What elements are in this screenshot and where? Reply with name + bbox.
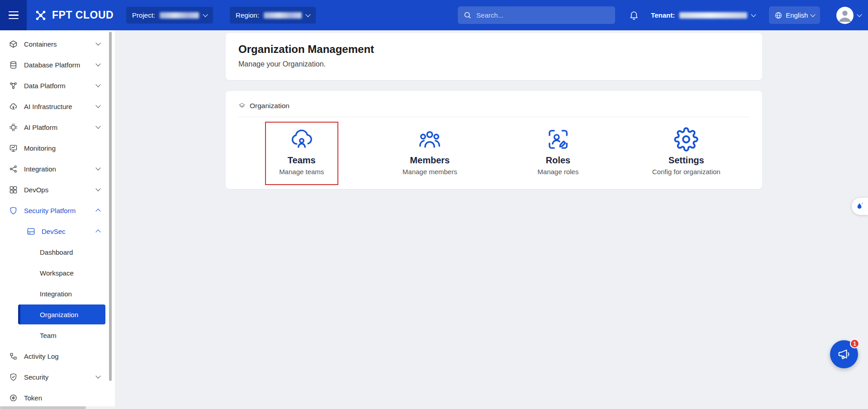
- bell-icon: [629, 10, 639, 20]
- tile-members[interactable]: Members Manage members: [366, 127, 494, 176]
- project-dropdown[interactable]: Project:: [126, 7, 213, 24]
- sidebar-item-team[interactable]: Team: [0, 325, 115, 346]
- region-value-redacted: [264, 12, 302, 19]
- chevron-down-icon: [95, 40, 100, 45]
- chevron-down-icon: [751, 12, 756, 17]
- brand-logo[interactable]: FPT CLOUD: [34, 9, 114, 22]
- chevron-down-icon: [95, 82, 100, 87]
- section-title: Organization: [250, 102, 289, 110]
- sidebar-item-ai-infrastructure[interactable]: AI Infrastructure: [0, 96, 115, 117]
- settings-gear-icon: [674, 127, 698, 152]
- sidebar-item-label: AI Platform: [24, 124, 96, 131]
- tile-settings[interactable]: Settings Config for organization: [622, 127, 751, 176]
- tenant-value-redacted: [679, 12, 747, 19]
- main-content: Organization Management Manage your Orga…: [115, 30, 868, 409]
- sidebar-vertical-scrollbar[interactable]: [109, 32, 112, 381]
- chevron-up-icon: [95, 229, 100, 234]
- data-platform-icon: [9, 81, 18, 90]
- ai-assistant-tab[interactable]: [852, 198, 868, 215]
- page-subtitle: Manage your Organization.: [238, 60, 749, 68]
- sidebar-item-database-platform[interactable]: Database Platform: [0, 54, 115, 75]
- sidebar-item-label: AI Infrastructure: [24, 103, 96, 110]
- sidebar-item-label: Containers: [24, 40, 96, 48]
- search-icon: [463, 11, 472, 19]
- sidebar-item-label: Security Platform: [24, 207, 96, 214]
- language-label: English: [786, 11, 808, 19]
- project-label: Project:: [132, 11, 155, 19]
- sidebar-item-dashboard[interactable]: Dashboard: [0, 242, 115, 262]
- chevron-down-icon: [95, 61, 100, 66]
- project-value-redacted: [160, 12, 199, 19]
- sidebar-item-containers[interactable]: Containers: [0, 33, 115, 54]
- activity-log-icon: [9, 352, 18, 361]
- notification-badge: 1: [850, 339, 859, 348]
- organization-card: Organization Teams Manage teams Members …: [226, 91, 762, 189]
- ai-infrastructure-icon: [9, 102, 18, 111]
- sidebar-item-organization-row: Organization: [0, 304, 115, 325]
- hamburger-icon: [9, 11, 19, 19]
- sidebar-item-label: Security: [24, 373, 96, 381]
- sidebar-item-data-platform[interactable]: Data Platform: [0, 75, 115, 96]
- tenant-dropdown[interactable]: Tenant:: [651, 11, 755, 19]
- avatar[interactable]: [836, 7, 854, 24]
- tile-name: Members: [410, 155, 450, 166]
- sidebar-item-label: Organization: [40, 311, 78, 319]
- sidebar-item-label: Integration: [40, 290, 72, 298]
- tile-description: Manage roles: [537, 168, 579, 176]
- section-header: Organization: [226, 91, 762, 117]
- hamburger-menu-button[interactable]: [0, 0, 27, 30]
- tile-teams[interactable]: Teams Manage teams: [237, 127, 366, 176]
- sidebar-item-activity-log[interactable]: Activity Log: [0, 346, 115, 366]
- security-shield-icon: [9, 373, 18, 381]
- token-icon: [9, 394, 18, 402]
- region-label: Region:: [236, 11, 259, 19]
- sidebar-item-security-platform[interactable]: Security Platform: [0, 200, 115, 221]
- chevron-down-icon: [811, 12, 816, 17]
- tenant-label: Tenant:: [651, 11, 675, 19]
- notification-bell-button[interactable]: [629, 10, 639, 20]
- tile-name: Teams: [288, 155, 316, 166]
- megaphone-icon: [837, 347, 851, 361]
- tile-name: Settings: [669, 155, 704, 166]
- sidebar-item-workspace[interactable]: Workspace: [0, 262, 115, 283]
- sidebar-item-devops[interactable]: DevOps: [0, 179, 115, 200]
- ai-droplet-icon: [855, 201, 865, 211]
- members-icon: [417, 127, 442, 152]
- search-box: [458, 6, 615, 24]
- sidebar-item-label: Database Platform: [24, 61, 96, 69]
- teams-icon: [289, 127, 314, 152]
- sidebar-item-monitoring[interactable]: Monitoring: [0, 138, 115, 158]
- chevron-down-icon: [95, 103, 100, 108]
- region-dropdown[interactable]: Region:: [230, 7, 316, 24]
- tile-description: Config for organization: [652, 168, 721, 176]
- sidebar-item-label: Data Platform: [24, 82, 96, 90]
- sidebar-item-organization-active[interactable]: Organization: [18, 304, 105, 324]
- tile-roles[interactable]: Roles Manage roles: [494, 127, 622, 176]
- announcements-button[interactable]: 1: [830, 340, 858, 368]
- topbar: FPT CLOUD Project: Region: Tenant: Engli…: [0, 0, 868, 30]
- sidebar-item-security[interactable]: Security: [0, 366, 115, 387]
- devops-icon: [9, 185, 18, 194]
- chevron-down-icon: [95, 165, 100, 170]
- sidebar-item-integration-sub[interactable]: Integration: [0, 283, 115, 304]
- chevron-down-icon[interactable]: [857, 12, 862, 17]
- database-icon: [9, 61, 18, 69]
- sidebar-horizontal-scrollbar[interactable]: [0, 406, 115, 409]
- globe-icon: [774, 11, 783, 19]
- language-dropdown[interactable]: English: [769, 6, 820, 24]
- chevron-down-icon: [305, 12, 310, 17]
- sidebar-item-label: DevSec: [42, 228, 96, 235]
- integration-icon: [9, 165, 18, 173]
- brand-name: FPT CLOUD: [52, 9, 114, 21]
- sidebar-item-label: Token: [24, 394, 115, 402]
- search-input[interactable]: [476, 11, 610, 19]
- page-header-card: Organization Management Manage your Orga…: [226, 33, 762, 80]
- devsec-icon: [27, 227, 35, 236]
- sidebar-item-label: Team: [40, 332, 57, 339]
- sidebar-item-devsec[interactable]: DevSec: [0, 221, 115, 242]
- sidebar-item-label: Monitoring: [24, 144, 115, 152]
- sidebar-item-ai-platform[interactable]: AI Platform: [0, 117, 115, 138]
- sidebar-item-integration[interactable]: Integration: [0, 158, 115, 179]
- sidebar-item-token[interactable]: Token: [0, 387, 115, 408]
- monitoring-icon: [9, 144, 18, 152]
